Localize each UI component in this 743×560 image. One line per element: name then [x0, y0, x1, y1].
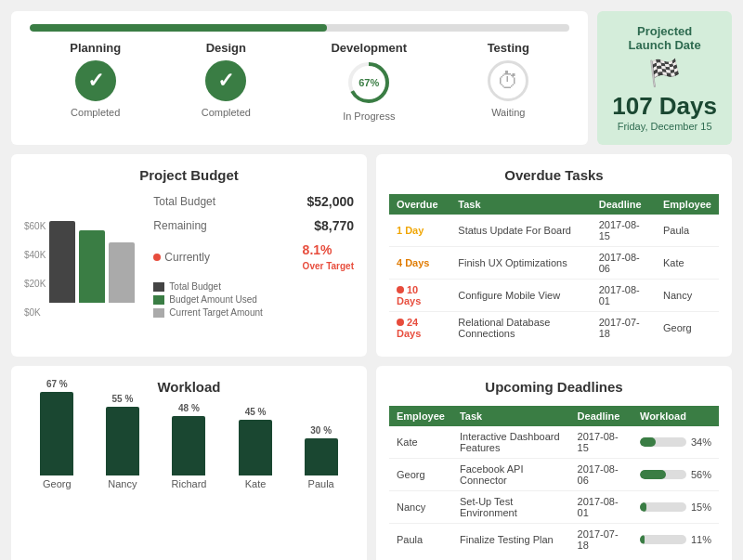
overdue-deadline: 2017-08-06 — [592, 247, 656, 280]
workload-bar — [106, 407, 139, 475]
overdue-days: 4 Days — [389, 247, 450, 280]
deadline-date: 2017-08-06 — [570, 459, 632, 491]
stat-currently: Currently 8.1% Over Target — [153, 242, 354, 272]
overdue-days: 10 Days — [389, 280, 450, 312]
mini-bar-fill — [640, 437, 656, 447]
budget-chart-labels: $60K $40K $20K $0K — [24, 221, 49, 318]
workload-bar — [305, 438, 338, 475]
deadline-task: Facebook API Connector — [452, 459, 570, 491]
workload-bar-group: 48 % Richard — [172, 403, 207, 489]
deadline-row: Kate Interactive Dashboard Features 2017… — [389, 426, 719, 459]
col-employee: Employee — [656, 194, 719, 215]
legend-current-label: Current Target Amount — [169, 307, 262, 318]
legend-used-dot — [153, 295, 164, 305]
phase-planning-icon: ✓ — [75, 60, 116, 101]
col-task: Task — [452, 406, 570, 426]
total-value: $52,000 — [306, 194, 354, 209]
phase-design-title: Design — [206, 41, 246, 55]
mini-bar-track — [640, 502, 686, 512]
deadline-date: 2017-08-15 — [570, 426, 632, 459]
overdue-deadline: 2017-08-15 — [592, 215, 656, 247]
workload-bar — [40, 392, 73, 475]
workload-label: Richard — [172, 478, 207, 489]
workload-pct: 67 % — [46, 379, 68, 389]
budget-legend: Total Budget Budget Amount Used Current … — [153, 281, 354, 318]
launch-title: ProjectedLaunch Date — [629, 24, 701, 52]
launch-days: 107 Days — [612, 92, 717, 121]
budget-content: $60K $40K $20K $0K Total Budget $52,000 — [24, 194, 354, 318]
red-dot-icon — [397, 319, 404, 326]
mini-bar-track — [640, 437, 686, 447]
workload-bar — [239, 420, 272, 475]
phase-testing-status: Waiting — [491, 107, 525, 118]
budget-card: Project Budget $60K $40K $20K $0K — [11, 154, 367, 357]
overdue-employee: Georg — [656, 312, 719, 345]
mini-bar-fill — [640, 535, 645, 544]
dashboard: Planning ✓ Completed Design ✓ Completed — [11, 11, 732, 560]
workload-pct: 45 % — [245, 407, 267, 417]
legend-current: Current Target Amount — [153, 307, 354, 318]
overdue-employee: Kate — [656, 247, 719, 280]
remaining-value: $8,770 — [314, 218, 354, 233]
legend-total-dot — [153, 282, 164, 292]
workload-pct: 48 % — [178, 403, 200, 413]
col-deadline: Deadline — [570, 406, 632, 426]
col-workload: Workload — [632, 406, 719, 426]
phase-planning-title: Planning — [70, 41, 121, 55]
deadline-employee: Paula — [389, 524, 452, 556]
workload-pct: 30 % — [310, 425, 332, 436]
phase-planning-status: Completed — [71, 107, 120, 118]
workload-label: Nancy — [108, 478, 137, 489]
deadline-employee: Nancy — [389, 491, 452, 524]
budget-title: Project Budget — [24, 167, 354, 183]
workload-label: Paula — [308, 478, 334, 489]
deadlines-card: Upcoming Deadlines Employee Task Deadlin… — [376, 366, 732, 560]
deadline-row: Nancy Set-Up Test Environment 2017-08-01… — [389, 491, 719, 524]
over-target-label: Over Target — [303, 261, 354, 271]
phase-testing-title: Testing — [488, 41, 529, 55]
legend-current-dot — [153, 308, 164, 318]
phase-development: Development 67% In Progress — [331, 41, 407, 122]
deadline-workload: 56% — [632, 459, 719, 491]
progress-card: Planning ✓ Completed Design ✓ Completed — [11, 11, 588, 145]
overdue-task: Status Update For Board — [450, 215, 591, 247]
planning-check-icon: ✓ — [87, 71, 104, 91]
workload-pct-label: 56% — [691, 469, 711, 480]
deadline-date: 2017-07-18 — [570, 524, 632, 556]
middle-section: Project Budget $60K $40K $20K $0K — [11, 154, 732, 357]
progress-bar-track — [30, 24, 569, 32]
currently-label: Currently — [153, 251, 210, 264]
overdue-employee: Nancy — [656, 280, 719, 312]
deadline-workload: 34% — [632, 426, 719, 459]
bottom-section: Workload 67 % Georg 55 % Nancy 48 % Rich… — [11, 366, 732, 560]
label-0k: $0K — [24, 307, 46, 318]
overdue-days: 1 Day — [389, 215, 450, 247]
mini-bar-track — [640, 535, 686, 544]
budget-chart-area: $60K $40K $20K $0K — [24, 206, 135, 318]
overdue-row: 10 Days Configure Mobile View 2017-08-01… — [389, 280, 719, 312]
budget-stats: Total Budget $52,000 Remaining $8,770 Cu… — [144, 194, 354, 318]
overdue-row: 4 Days Finish UX Optimizations 2017-08-0… — [389, 247, 719, 280]
overdue-task: Finish UX Optimizations — [450, 247, 591, 280]
phase-planning: Planning ✓ Completed — [70, 41, 121, 122]
progress-bar-container — [30, 24, 569, 32]
total-label: Total Budget — [153, 195, 215, 208]
overdue-deadline: 2017-07-18 — [592, 312, 656, 345]
deadlines-table: Employee Task Deadline Workload Kate Int… — [389, 406, 719, 555]
workload-bar-group: 30 % Paula — [305, 425, 338, 489]
mini-bar-fill — [640, 470, 666, 479]
stat-total: Total Budget $52,000 — [153, 194, 354, 209]
overdue-table: Overdue Task Deadline Employee 1 Day Sta… — [389, 194, 719, 344]
bar-used — [79, 230, 105, 303]
label-40k: $40K — [24, 250, 46, 260]
deadline-task: Set-Up Test Environment — [452, 491, 570, 524]
overdue-card: Overdue Tasks Overdue Task Deadline Empl… — [376, 154, 732, 357]
deadlines-title: Upcoming Deadlines — [389, 379, 719, 395]
deadline-task: Finalize Testing Plan — [452, 524, 570, 556]
overdue-task: Configure Mobile View — [450, 280, 591, 312]
workload-card: Workload 67 % Georg 55 % Nancy 48 % Rich… — [11, 366, 367, 560]
testing-clock-icon: ⏱ — [497, 68, 519, 94]
overdue-title: Overdue Tasks — [389, 167, 719, 183]
col-overdue: Overdue — [389, 194, 450, 215]
workload-label: Georg — [43, 478, 72, 489]
